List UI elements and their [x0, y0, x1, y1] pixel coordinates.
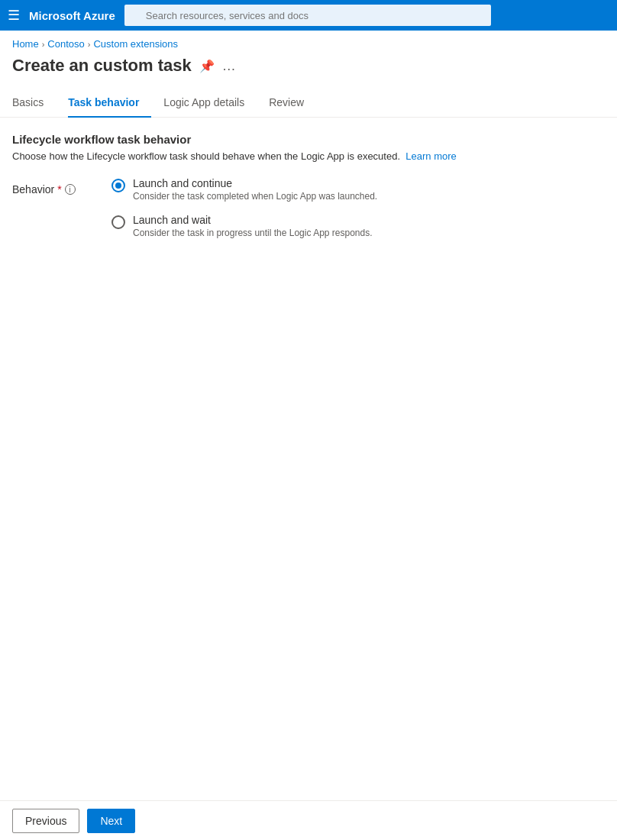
search-input[interactable] [124, 5, 491, 26]
tab-bar: Basics Task behavior Logic App details R… [0, 88, 617, 118]
radio-launch-wait-desc: Consider the task in progress until the … [133, 228, 373, 238]
breadcrumb: Home › Contoso › Custom extensions [0, 31, 617, 53]
section-description: Choose how the Lifecycle workflow task s… [12, 150, 605, 162]
breadcrumb-home[interactable]: Home [12, 38, 39, 50]
search-wrapper: 🔍 [124, 5, 491, 26]
page-title: Create an custom task [12, 56, 192, 76]
breadcrumb-sep-2: › [88, 40, 91, 49]
tab-task-behavior[interactable]: Task behavior [68, 89, 151, 118]
tab-logic-app-details[interactable]: Logic App details [163, 89, 257, 118]
radio-launch-continue-label: Launch and continue [133, 177, 377, 189]
more-options-icon[interactable]: … [222, 58, 237, 74]
main-content: Lifecycle workflow task behavior Choose … [0, 133, 617, 238]
required-indicator: * [57, 183, 61, 195]
radio-launch-continue-text: Launch and continue Consider the task co… [133, 177, 377, 202]
info-icon[interactable]: i [65, 184, 76, 195]
tab-basics[interactable]: Basics [12, 89, 56, 118]
section-desc-text: Choose how the Lifecycle workflow task s… [12, 150, 403, 162]
section-title: Lifecycle workflow task behavior [12, 133, 605, 146]
radio-launch-wait-label: Launch and wait [133, 214, 373, 226]
radio-launch-wait[interactable] [111, 215, 125, 229]
page-title-area: Create an custom task 📌 … [0, 53, 617, 88]
radio-item-launch-continue[interactable]: Launch and continue Consider the task co… [111, 177, 377, 202]
breadcrumb-sep-1: › [42, 40, 45, 49]
hamburger-icon[interactable]: ☰ [8, 7, 20, 24]
behavior-label-text: Behavior [12, 183, 54, 195]
tab-review[interactable]: Review [269, 89, 316, 118]
breadcrumb-custom-extensions[interactable]: Custom extensions [93, 38, 178, 50]
radio-item-launch-wait[interactable]: Launch and wait Consider the task in pro… [111, 214, 377, 238]
topbar: ☰ Microsoft Azure 🔍 [0, 0, 617, 31]
radio-launch-continue[interactable] [111, 179, 125, 192]
radio-options: Launch and continue Consider the task co… [111, 177, 377, 238]
learn-more-link[interactable]: Learn more [405, 150, 456, 162]
behavior-row: Behavior * i Launch and continue Conside… [12, 177, 605, 238]
radio-launch-wait-text: Launch and wait Consider the task in pro… [133, 214, 373, 238]
behavior-label: Behavior * i [12, 177, 89, 195]
app-title: Microsoft Azure [29, 9, 115, 22]
breadcrumb-contoso[interactable]: Contoso [47, 38, 84, 50]
radio-launch-continue-desc: Consider the task completed when Logic A… [133, 191, 377, 202]
pin-icon[interactable]: 📌 [199, 59, 215, 73]
